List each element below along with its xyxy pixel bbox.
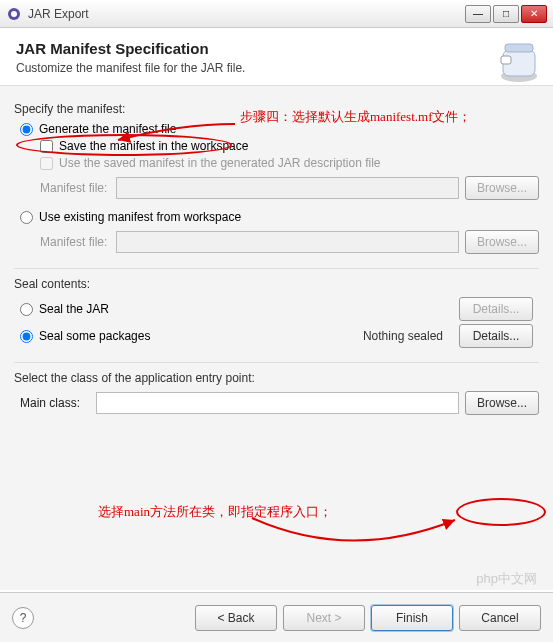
manifest-section-label: Specify the manifest: — [14, 102, 539, 116]
help-icon[interactable]: ? — [12, 607, 34, 629]
save-manifest-checkbox-row[interactable]: Save the manifest in the workspace — [40, 139, 539, 153]
divider-2 — [14, 362, 539, 363]
close-button[interactable]: ✕ — [521, 5, 547, 23]
seal-packages-radio-row[interactable]: Seal some packages — [20, 329, 150, 343]
main-class-row: Main class: Browse... — [20, 391, 539, 415]
main-class-browse-button[interactable]: Browse... — [465, 391, 539, 415]
seal-packages-details-button[interactable]: Details... — [459, 324, 533, 348]
window-title: JAR Export — [28, 7, 465, 21]
finish-button[interactable]: Finish — [371, 605, 453, 631]
next-button: Next > — [283, 605, 365, 631]
manifest-file-row-1: Manifest file: Browse... — [40, 176, 539, 200]
generate-manifest-radio[interactable] — [20, 123, 33, 136]
titlebar: JAR Export — □ ✕ — [0, 0, 553, 28]
app-icon — [6, 6, 22, 22]
svg-rect-5 — [501, 56, 511, 64]
manifest-browse-button-1: Browse... — [465, 176, 539, 200]
divider-1 — [14, 268, 539, 269]
jar-icon — [489, 34, 541, 86]
back-button[interactable]: < Back — [195, 605, 277, 631]
seal-packages-radio[interactable] — [20, 330, 33, 343]
generate-manifest-label: Generate the manifest file — [39, 122, 176, 136]
entry-section-label: Select the class of the application entr… — [14, 371, 539, 385]
wizard-footer: ? < Back Next > Finish Cancel — [0, 592, 553, 642]
seal-jar-label: Seal the JAR — [39, 302, 109, 316]
reuse-manifest-label: Use the saved manifest in the generated … — [59, 156, 381, 170]
minimize-button[interactable]: — — [465, 5, 491, 23]
manifest-file-label-2: Manifest file: — [40, 235, 110, 249]
seal-section-label: Seal contents: — [14, 277, 539, 291]
seal-jar-radio-row[interactable]: Seal the JAR — [20, 302, 109, 316]
generate-manifest-radio-row[interactable]: Generate the manifest file — [20, 122, 539, 136]
main-class-input[interactable] — [96, 392, 459, 414]
page-title: JAR Manifest Specification — [16, 40, 537, 57]
seal-packages-label: Seal some packages — [39, 329, 150, 343]
manifest-file-input-1 — [116, 177, 459, 199]
svg-rect-4 — [505, 44, 533, 52]
maximize-button[interactable]: □ — [493, 5, 519, 23]
save-manifest-checkbox[interactable] — [40, 140, 53, 153]
cancel-button[interactable]: Cancel — [459, 605, 541, 631]
manifest-file-label-1: Manifest file: — [40, 181, 110, 195]
use-existing-radio-row[interactable]: Use existing manifest from workspace — [20, 210, 539, 224]
seal-jar-radio[interactable] — [20, 303, 33, 316]
seal-status-text: Nothing sealed — [363, 329, 443, 343]
manifest-file-input-2 — [116, 231, 459, 253]
wizard-content: Specify the manifest: Generate the manif… — [0, 86, 553, 590]
svg-point-1 — [11, 11, 17, 17]
manifest-browse-button-2: Browse... — [465, 230, 539, 254]
save-manifest-label: Save the manifest in the workspace — [59, 139, 248, 153]
reuse-manifest-checkbox-row: Use the saved manifest in the generated … — [40, 156, 539, 170]
seal-jar-details-button: Details... — [459, 297, 533, 321]
main-class-label: Main class: — [20, 396, 90, 410]
page-subtitle: Customize the manifest file for the JAR … — [16, 61, 537, 75]
wizard-header: JAR Manifest Specification Customize the… — [0, 28, 553, 86]
manifest-file-row-2: Manifest file: Browse... — [40, 230, 539, 254]
use-existing-radio[interactable] — [20, 211, 33, 224]
reuse-manifest-checkbox — [40, 157, 53, 170]
use-existing-label: Use existing manifest from workspace — [39, 210, 241, 224]
